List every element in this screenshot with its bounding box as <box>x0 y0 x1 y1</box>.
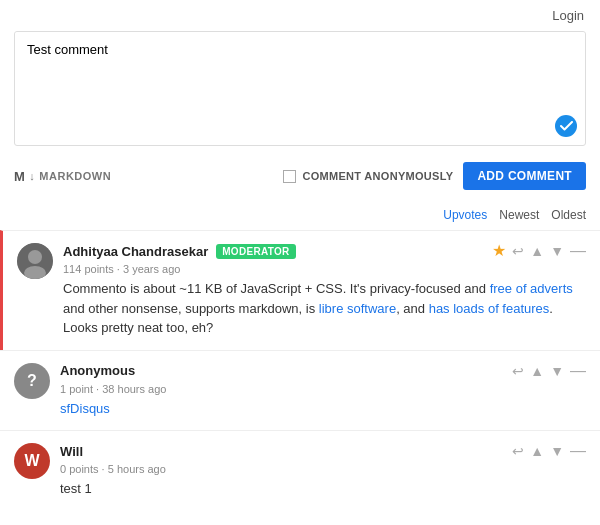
avatar: W <box>14 443 50 479</box>
upvote-icon[interactable]: ▲ <box>530 364 544 378</box>
upvote-icon[interactable]: ▲ <box>530 244 544 258</box>
login-link[interactable]: Login <box>552 8 584 23</box>
anon-label[interactable]: COMMENT ANONYMOUSLY <box>283 170 453 183</box>
check-icon <box>555 115 577 137</box>
comment-points: 1 point <box>60 383 93 395</box>
anon-text: COMMENT ANONYMOUSLY <box>302 170 453 182</box>
comment-header: Anonymous ↩ ▲ ▼ — <box>60 363 586 379</box>
sort-oldest[interactable]: Oldest <box>551 208 586 222</box>
svg-point-1 <box>28 250 42 264</box>
comment-time: 3 years ago <box>123 263 180 275</box>
markdown-text: MARKDOWN <box>39 170 111 182</box>
comment-header-left: Will <box>60 444 83 459</box>
comment-header: Adhityaa Chandrasekar MODERATOR ★ ↩ ▲ ▼ … <box>63 243 586 259</box>
comment-textarea[interactable]: Test comment <box>15 32 585 142</box>
comment-body: Will ↩ ▲ ▼ — 0 points · 5 hours ago test… <box>60 443 586 499</box>
comment-meta: 1 point · 38 hours ago <box>60 383 586 395</box>
toolbar: M ↓ MARKDOWN COMMENT ANONYMOUSLY ADD COM… <box>0 156 600 196</box>
comment-header-left: Anonymous <box>60 363 135 378</box>
comment-text: test 1 <box>60 479 586 499</box>
reply-icon[interactable]: ↩ <box>512 444 524 458</box>
upvote-icon[interactable]: ▲ <box>530 444 544 458</box>
comment-meta: 0 points · 5 hours ago <box>60 463 586 475</box>
comment-text: sfDisqus <box>60 399 586 419</box>
comment-actions: ★ ↩ ▲ ▼ — <box>492 243 586 259</box>
comment-item: Adhityaa Chandrasekar MODERATOR ★ ↩ ▲ ▼ … <box>0 230 600 350</box>
markdown-m-icon: M <box>14 169 25 184</box>
author-name: Anonymous <box>60 363 135 378</box>
add-comment-button[interactable]: ADD COMMENT <box>463 162 586 190</box>
author-name: Will <box>60 444 83 459</box>
sort-bar: Upvotes Newest Oldest <box>0 204 600 230</box>
more-icon[interactable]: — <box>570 363 586 379</box>
comment-box-wrapper: Test comment <box>14 31 586 146</box>
comment-actions: ↩ ▲ ▼ — <box>512 363 586 379</box>
downvote-icon[interactable]: ▼ <box>550 364 564 378</box>
more-icon[interactable]: — <box>570 243 586 259</box>
comment-body: Anonymous ↩ ▲ ▼ — 1 point · 38 hours ago… <box>60 363 586 419</box>
downvote-icon[interactable]: ▼ <box>550 244 564 258</box>
comment-meta: 114 points · 3 years ago <box>63 263 586 275</box>
comment-text: Commento is about ~11 KB of JavaScript +… <box>63 279 586 338</box>
downvote-icon[interactable]: ▼ <box>550 444 564 458</box>
moderator-badge: MODERATOR <box>216 244 295 259</box>
sort-upvotes[interactable]: Upvotes <box>443 208 487 222</box>
sort-newest[interactable]: Newest <box>499 208 539 222</box>
comment-points: 114 points <box>63 263 114 275</box>
comment-time: 38 hours ago <box>102 383 166 395</box>
comment-item: ? Anonymous ↩ ▲ ▼ — 1 point · 38 hours a… <box>0 350 600 431</box>
comment-body: Adhityaa Chandrasekar MODERATOR ★ ↩ ▲ ▼ … <box>63 243 586 338</box>
comment-link[interactable]: sfDisqus <box>60 401 110 416</box>
comments-list: Adhityaa Chandrasekar MODERATOR ★ ↩ ▲ ▼ … <box>0 230 600 511</box>
comment-header: Will ↩ ▲ ▼ — <box>60 443 586 459</box>
comment-item: W Will ↩ ▲ ▼ — 0 points · 5 hours ago te… <box>0 430 600 511</box>
more-icon[interactable]: — <box>570 443 586 459</box>
anon-checkbox[interactable] <box>283 170 296 183</box>
avatar <box>17 243 53 279</box>
top-bar: Login <box>0 0 600 31</box>
comment-points: 0 points <box>60 463 99 475</box>
reply-icon[interactable]: ↩ <box>512 244 524 258</box>
reply-icon[interactable]: ↩ <box>512 364 524 378</box>
avatar: ? <box>14 363 50 399</box>
toolbar-right: COMMENT ANONYMOUSLY ADD COMMENT <box>283 162 586 190</box>
comment-time: 5 hours ago <box>108 463 166 475</box>
comment-actions: ↩ ▲ ▼ — <box>512 443 586 459</box>
comment-header-left: Adhityaa Chandrasekar MODERATOR <box>63 244 296 259</box>
markdown-label: M ↓ MARKDOWN <box>14 169 111 184</box>
markdown-arrow-icon: ↓ <box>29 170 35 182</box>
star-icon[interactable]: ★ <box>492 243 506 259</box>
author-name: Adhityaa Chandrasekar <box>63 244 208 259</box>
